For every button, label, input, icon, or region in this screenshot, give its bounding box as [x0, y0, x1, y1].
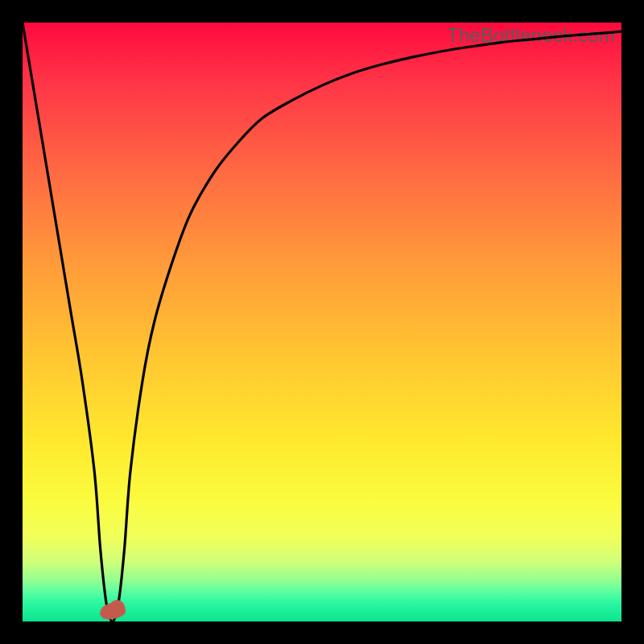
chart-stage: TheBottleneck.com — [0, 0, 644, 644]
plot-area: TheBottleneck.com — [23, 23, 621, 621]
bottleneck-curve — [23, 23, 621, 621]
curve-path — [23, 23, 621, 621]
